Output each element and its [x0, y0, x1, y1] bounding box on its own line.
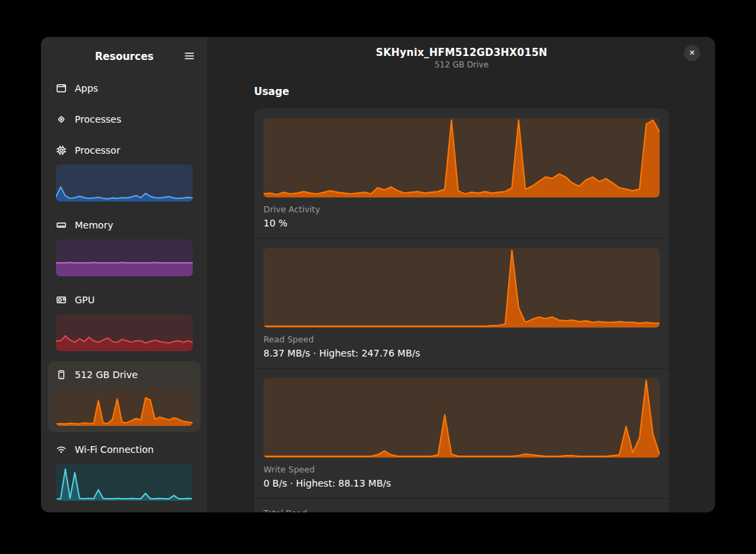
row-label: Total Read: [263, 508, 660, 512]
wifi-sparkline: [56, 464, 193, 501]
write-speed-row: Write Speed 0 B/s · Highest: 88.13 MB/s: [254, 368, 669, 498]
processor-sparkline: [56, 164, 193, 202]
usage-card: Drive Activity 10 % Read Speed 8.37 MB/s…: [254, 109, 669, 512]
sidebar-item-label: Processor: [75, 145, 120, 156]
sidebar-item-wifi[interactable]: Wi-Fi Connection: [48, 436, 201, 507]
drive-icon: [56, 369, 67, 380]
sidebar-item-label: 512 GB Drive: [75, 369, 137, 380]
sidebar: Resources Apps: [41, 37, 208, 512]
resources-window: Resources Apps: [41, 37, 715, 512]
sidebar-item-processes[interactable]: Processes: [48, 106, 201, 133]
sidebar-item-memory[interactable]: Memory: [48, 212, 201, 282]
drive-activity-row: Drive Activity 10 %: [254, 109, 669, 238]
main-panel: SKHynix_HFM512GD3HX015N 512 GB Drive ✕ U…: [208, 37, 715, 512]
sidebar-item-label: Processes: [75, 114, 121, 125]
main-header: SKHynix_HFM512GD3HX015N 512 GB Drive ✕: [208, 37, 715, 75]
hamburger-icon: [184, 51, 195, 63]
processes-icon: [56, 114, 67, 125]
read-speed-row: Read Speed 8.37 MB/s · Highest: 247.76 M…: [254, 238, 669, 368]
write-speed-chart: [263, 378, 660, 458]
page-subtitle: 512 GB Drive: [435, 60, 489, 69]
apps-icon: [56, 83, 67, 94]
row-value: 10 %: [263, 217, 660, 230]
sidebar-item-drive[interactable]: 512 GB Drive: [48, 361, 201, 432]
row-label: Write Speed: [263, 464, 660, 475]
processor-icon: [56, 145, 67, 156]
usage-content: Usage Drive Activity 10 % Read Speed 8.3…: [208, 75, 715, 512]
sidebar-item-gpu[interactable]: GPU: [48, 286, 201, 357]
gpu-icon: [56, 295, 67, 305]
menu-button[interactable]: [179, 47, 199, 67]
row-label: Drive Activity: [263, 204, 660, 215]
wifi-icon: [56, 444, 67, 455]
sidebar-item-label: Memory: [75, 220, 113, 230]
drive-sparkline: [56, 389, 193, 426]
memory-icon: [56, 220, 67, 230]
sidebar-title: Resources: [95, 51, 154, 63]
total-read-row: Total Read: [254, 498, 669, 512]
sidebar-item-label: Apps: [75, 83, 98, 94]
memory-sparkline: [56, 239, 193, 276]
gpu-sparkline: [56, 314, 193, 351]
sidebar-header: Resources: [48, 42, 201, 71]
row-label: Read Speed: [263, 334, 660, 345]
sidebar-nav: Apps Processes Processor: [48, 75, 201, 507]
sidebar-item-label: Wi-Fi Connection: [75, 444, 154, 455]
page-title: SKHynix_HFM512GD3HX015N: [376, 47, 548, 59]
sidebar-item-apps[interactable]: Apps: [48, 75, 201, 102]
section-title: Usage: [254, 86, 669, 98]
drive-activity-chart: [263, 118, 660, 197]
read-speed-chart: [263, 248, 660, 328]
sidebar-item-label: GPU: [75, 295, 95, 305]
row-value: 0 B/s · Highest: 88.13 MB/s: [263, 477, 660, 490]
row-value: 8.37 MB/s · Highest: 247.76 MB/s: [263, 347, 660, 360]
close-button[interactable]: ✕: [684, 45, 700, 61]
sidebar-item-processor[interactable]: Processor: [48, 137, 201, 208]
